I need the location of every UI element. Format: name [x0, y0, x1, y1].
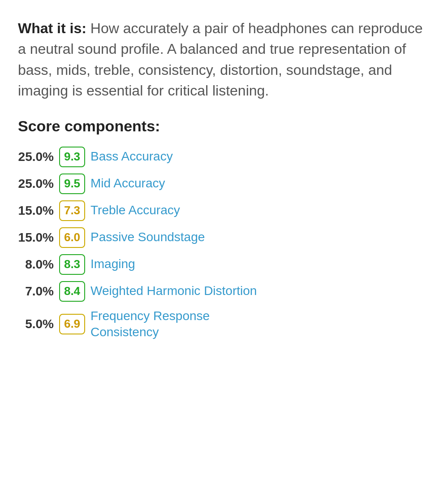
score-badge: 9.3 — [59, 147, 85, 167]
score-percentage: 8.0% — [18, 257, 54, 272]
score-badge: 9.5 — [59, 173, 85, 194]
score-percentage: 15.0% — [18, 204, 54, 218]
score-badge: 8.3 — [59, 254, 85, 275]
score-label[interactable]: Mid Accuracy — [90, 175, 165, 191]
score-percentage: 7.0% — [18, 284, 54, 299]
score-label[interactable]: Treble Accuracy — [90, 202, 180, 218]
score-label[interactable]: Frequency ResponseConsistency — [90, 308, 210, 341]
score-row: 8.0%8.3Imaging — [18, 252, 430, 277]
score-percentage: 25.0% — [18, 177, 54, 191]
score-badge: 7.3 — [59, 200, 85, 221]
score-list: 25.0%9.3Bass Accuracy25.0%9.5Mid Accurac… — [18, 145, 430, 343]
score-row: 5.0%6.9Frequency ResponseConsistency — [18, 306, 430, 343]
score-percentage: 5.0% — [18, 317, 54, 331]
score-label[interactable]: Bass Accuracy — [90, 148, 173, 165]
score-badge: 6.9 — [59, 314, 85, 334]
score-row: 25.0%9.5Mid Accuracy — [18, 172, 430, 196]
score-badge: 6.0 — [59, 227, 85, 248]
score-row: 7.0%8.4Weighted Harmonic Distortion — [18, 279, 430, 304]
score-label[interactable]: Passive Soundstage — [90, 229, 205, 245]
score-row: 25.0%9.3Bass Accuracy — [18, 145, 430, 169]
score-badge: 8.4 — [59, 281, 85, 302]
score-label[interactable]: Weighted Harmonic Distortion — [90, 283, 257, 299]
description-text: What it is: How accurately a pair of hea… — [18, 18, 430, 101]
score-percentage: 15.0% — [18, 230, 54, 245]
score-row: 15.0%7.3Treble Accuracy — [18, 199, 430, 223]
score-row: 15.0%6.0Passive Soundstage — [18, 225, 430, 250]
score-label[interactable]: Imaging — [90, 256, 135, 272]
section-title: Score components: — [18, 117, 430, 135]
score-percentage: 25.0% — [18, 150, 54, 164]
description-bold: What it is: — [18, 20, 86, 36]
